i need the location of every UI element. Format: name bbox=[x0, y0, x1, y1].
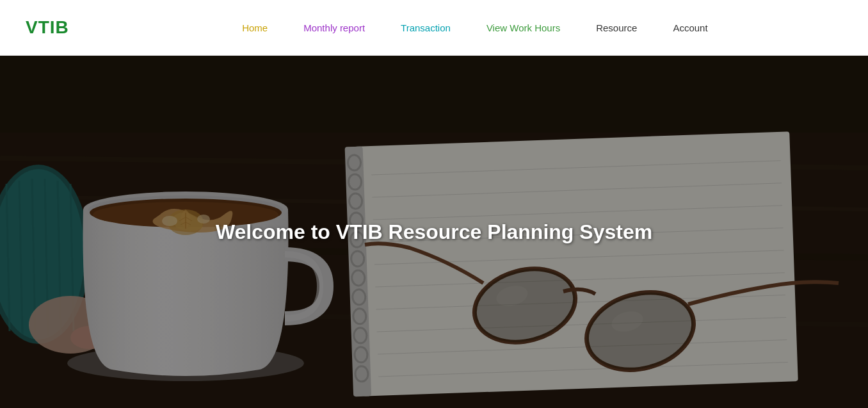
hero-section: Welcome to VTIB Resource Planning System bbox=[0, 56, 868, 408]
nav-item-monthly-report[interactable]: Monthly report bbox=[285, 22, 383, 33]
nav-links: Home Monthly report Transaction View Wor… bbox=[108, 22, 842, 33]
navbar: VTIB Home Monthly report Transaction Vie… bbox=[0, 0, 868, 56]
brand-logo[interactable]: VTIB bbox=[26, 17, 69, 38]
hero-title: Welcome to VTIB Resource Planning System bbox=[216, 220, 652, 244]
nav-item-account[interactable]: Account bbox=[655, 22, 725, 33]
nav-item-resource[interactable]: Resource bbox=[578, 22, 655, 33]
nav-item-transaction[interactable]: Transaction bbox=[383, 22, 469, 33]
nav-item-home[interactable]: Home bbox=[224, 22, 285, 33]
nav-item-view-work-hours[interactable]: View Work Hours bbox=[469, 22, 578, 33]
hero-text-container: Welcome to VTIB Resource Planning System bbox=[216, 220, 652, 244]
